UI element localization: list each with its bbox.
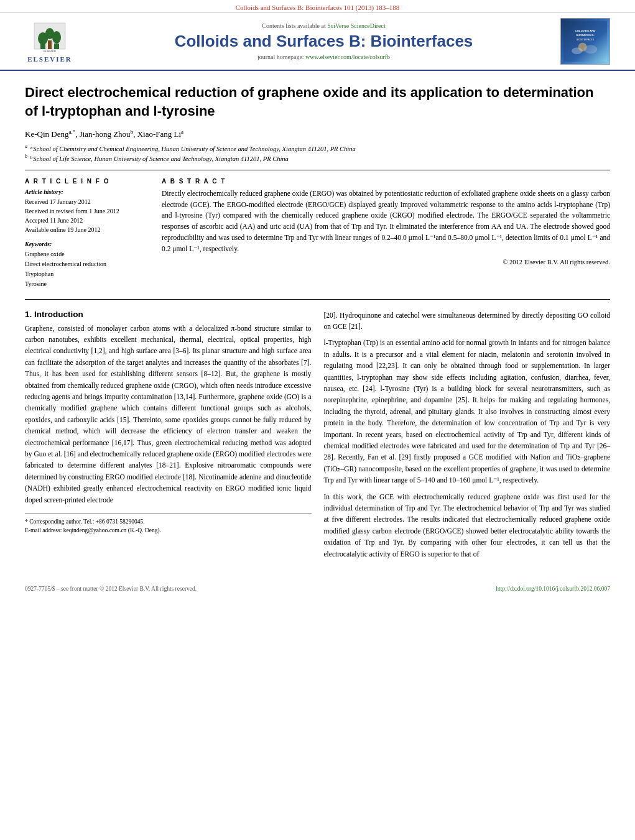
- footnote-email-value: keqindeng@yahoo.com.cn (K.-Q. Deng).: [63, 527, 161, 533]
- abstract-text: Directly electrochemically reduced graph…: [162, 188, 610, 255]
- journal-cover-image: COLLOIDS AND SURFACES B: BIOINTERFACES: [560, 18, 610, 65]
- footnote-email: E-mail address: keqindeng@yahoo.com.cn (…: [25, 526, 312, 535]
- affiliation-a: a ᵃ School of Chemistry and Chemical Eng…: [25, 144, 610, 152]
- svg-point-4: [52, 31, 61, 44]
- divider-2: [25, 299, 610, 300]
- abstract-col: A B S T R A C T Directly electrochemical…: [162, 178, 610, 289]
- footer-issn: 0927-7765/$ – see front matter © 2012 El…: [25, 586, 197, 592]
- homepage-link[interactable]: www.elsevier.com/locate/colsurfb: [305, 53, 390, 60]
- authors: Ke-Qin Denga,*, Jian-hong Zhoub, Xiao-Fa…: [25, 129, 610, 139]
- body-two-col: 1. Introduction Graphene, consisted of m…: [25, 310, 610, 565]
- accepted-date: Accepted 11 June 2012: [25, 216, 149, 225]
- article-info-label: A R T I C L E I N F O: [25, 178, 149, 185]
- svg-rect-6: [48, 40, 52, 49]
- article-info-col: A R T I C L E I N F O Article history: R…: [25, 178, 149, 289]
- svg-point-14: [578, 43, 587, 52]
- divider-1: [25, 170, 610, 170]
- svg-text:COLLOIDS AND: COLLOIDS AND: [575, 29, 595, 32]
- affiliation-b: b ᵇ School of Life Science, Hunan Univer…: [25, 154, 610, 162]
- article-area: Direct electrochemical reduction of grap…: [0, 71, 635, 577]
- section-1-para-2: [20]. Hydroquinone and catechol were sim…: [324, 310, 611, 333]
- available-date: Available online 19 June 2012: [25, 225, 149, 234]
- section-1-para-1: Graphene, consisted of monolayer carbon …: [25, 323, 312, 505]
- article-info-abstract: A R T I C L E I N F O Article history: R…: [25, 178, 610, 289]
- footnote-corresponding: * Corresponding author. Tel.: +86 0731 5…: [25, 517, 312, 526]
- svg-text:BIOINTERFACES: BIOINTERFACES: [577, 39, 595, 41]
- keyword-4: Tyrosine: [25, 279, 149, 289]
- section-1-heading: 1. Introduction: [25, 310, 312, 319]
- svg-text:ELSEVIER: ELSEVIER: [44, 50, 56, 53]
- keywords-label: Keywords:: [25, 241, 149, 247]
- revised-date: Received in revised form 1 June 2012: [25, 206, 149, 216]
- publisher-logo-area: ELSEVIER ELSEVIER: [12, 20, 87, 63]
- journal-header: ELSEVIER ELSEVIER Contents lists availab…: [0, 13, 635, 71]
- keyword-3: Tryptophan: [25, 269, 149, 279]
- svg-rect-8: [563, 21, 607, 62]
- received-date: Received 17 January 2012: [25, 197, 149, 206]
- keyword-2: Direct electrochemical reduction: [25, 259, 149, 269]
- footnote-area: * Corresponding author. Tel.: +86 0731 5…: [25, 513, 312, 535]
- body-col-right: [20]. Hydroquinone and catechol were sim…: [324, 310, 611, 565]
- section-1-para-4: In this work, the GCE with electrochemic…: [324, 491, 611, 560]
- top-bar: Colloids and Surfaces B: Biointerfaces 1…: [0, 0, 635, 13]
- section-1-para-3: l-Tryptophan (Trp) is an essential amino…: [324, 337, 611, 486]
- elsevier-label: ELSEVIER: [27, 55, 72, 63]
- article-history: Article history: Received 17 January 201…: [25, 188, 149, 234]
- svg-text:SURFACES B:: SURFACES B:: [576, 34, 595, 37]
- journal-title: Colloids and Surfaces B: Biointerfaces: [87, 32, 560, 51]
- journal-cover-area: COLLOIDS AND SURFACES B: BIOINTERFACES: [560, 18, 623, 65]
- journal-header-center: Contents lists available at SciVerse Sci…: [87, 22, 560, 60]
- footer-doi[interactable]: http://dx.doi.org/10.1016/j.colsurfb.201…: [496, 586, 610, 592]
- history-label: Article history:: [25, 188, 149, 195]
- body-col-left: 1. Introduction Graphene, consisted of m…: [25, 310, 312, 565]
- elsevier-tree-icon: ELSEVIER: [31, 20, 68, 54]
- abstract-label: A B S T R A C T: [162, 178, 610, 185]
- page-footer: 0927-7765/$ – see front matter © 2012 El…: [0, 583, 635, 594]
- journal-homepage: journal homepage: www.elsevier.com/locat…: [87, 53, 560, 60]
- keyword-1: Graphene oxide: [25, 249, 149, 259]
- journal-citation: Colloids and Surfaces B: Biointerfaces 1…: [236, 4, 400, 11]
- copyright: © 2012 Elsevier B.V. All rights reserved…: [162, 259, 610, 265]
- keywords-group: Keywords: Graphene oxide Direct electroc…: [25, 241, 149, 289]
- sciverse-line: Contents lists available at SciVerse Sci…: [87, 22, 560, 29]
- article-title: Direct electrochemical reduction of grap…: [25, 83, 610, 120]
- sciverse-link[interactable]: SciVerse ScienceDirect: [327, 22, 386, 29]
- svg-rect-5: [54, 44, 59, 49]
- elsevier-logo: ELSEVIER ELSEVIER: [27, 20, 72, 63]
